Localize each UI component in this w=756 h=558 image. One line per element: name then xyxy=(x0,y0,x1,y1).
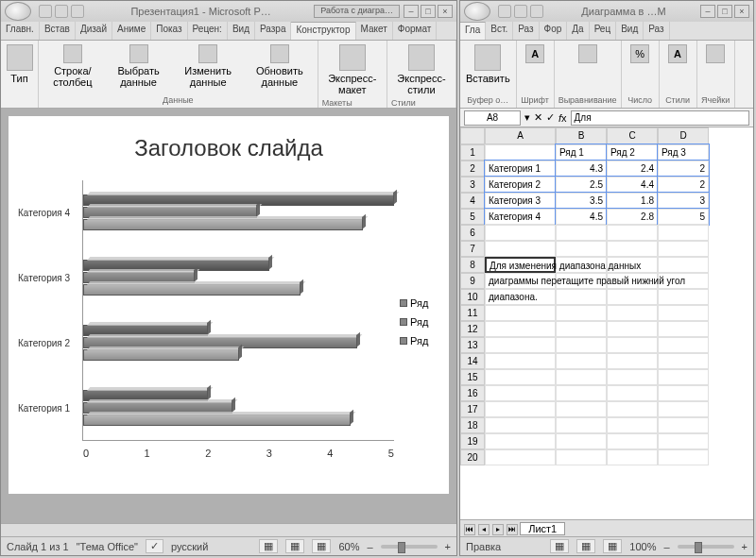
row-header[interactable]: 12 xyxy=(460,321,485,337)
row-header[interactable]: 11 xyxy=(460,305,485,321)
cell[interactable]: Категория 4 xyxy=(485,209,556,225)
row-header[interactable]: 16 xyxy=(460,385,485,401)
tab-constructor[interactable]: Конструктор xyxy=(291,22,355,40)
enter-icon[interactable]: ✓ xyxy=(546,111,555,124)
cell[interactable] xyxy=(658,401,709,417)
row-header[interactable]: 2 xyxy=(460,161,485,177)
close-button[interactable]: × xyxy=(734,5,749,18)
cell[interactable] xyxy=(607,369,658,385)
cell[interactable]: 2 xyxy=(658,177,709,193)
cell[interactable] xyxy=(658,241,709,257)
row-header[interactable]: 7 xyxy=(460,241,485,257)
row-header[interactable]: 17 xyxy=(460,401,485,417)
tab-anim[interactable]: Аниме xyxy=(112,22,151,40)
col-header-c[interactable]: C xyxy=(607,127,658,144)
redo-icon[interactable] xyxy=(530,5,543,18)
cell[interactable]: диаграммы перетащите правый нижний угол xyxy=(485,273,556,289)
cell[interactable] xyxy=(658,321,709,337)
cell[interactable]: 3 xyxy=(658,193,709,209)
font-button[interactable]: A xyxy=(524,42,546,65)
cell[interactable] xyxy=(658,257,709,273)
row-header[interactable]: 8 xyxy=(460,257,485,273)
view-normal-icon[interactable]: ▦ xyxy=(259,539,278,553)
cell[interactable] xyxy=(556,337,607,353)
chart-bar[interactable] xyxy=(83,414,351,426)
tab-home[interactable]: Главн. xyxy=(1,22,40,40)
cell[interactable] xyxy=(607,449,658,465)
cells-button[interactable] xyxy=(704,42,727,65)
cell[interactable]: Категория 1 xyxy=(485,161,556,177)
zoom-value[interactable]: 100% xyxy=(629,541,656,552)
edit-data-button[interactable]: Изменить данные xyxy=(174,42,242,90)
cancel-icon[interactable]: ✕ xyxy=(534,111,542,124)
cell[interactable] xyxy=(607,225,658,241)
cell[interactable] xyxy=(607,401,658,417)
cell[interactable] xyxy=(556,225,607,241)
paste-button[interactable]: Вставить xyxy=(464,42,512,86)
cell[interactable]: Категория 3 xyxy=(485,193,556,209)
cell[interactable] xyxy=(485,305,556,321)
spreadsheet-grid[interactable]: A B C D 1Ряд 1Ряд 2Ряд 32Категория 14.32… xyxy=(460,127,753,519)
undo-icon[interactable] xyxy=(514,5,527,18)
minimize-button[interactable]: – xyxy=(404,5,419,18)
tab-insert[interactable]: Вст. xyxy=(486,22,513,40)
formula-input[interactable]: Для xyxy=(571,110,749,126)
row-header[interactable]: 19 xyxy=(460,433,485,449)
tab-data[interactable]: Да xyxy=(567,22,589,40)
zoom-out-icon[interactable]: – xyxy=(663,541,669,552)
tab-layout[interactable]: Макет xyxy=(356,22,393,40)
cell[interactable] xyxy=(556,289,607,305)
cell[interactable] xyxy=(658,353,709,369)
align-button[interactable] xyxy=(576,42,599,65)
row-header[interactable]: 5 xyxy=(460,209,485,225)
quick-layout-button[interactable]: Экспресс-макет xyxy=(322,42,383,97)
cell[interactable] xyxy=(485,144,556,161)
zoom-out-icon[interactable]: – xyxy=(367,541,372,552)
view-break-icon[interactable]: ▦ xyxy=(603,539,622,553)
cell[interactable]: Ряд 3 xyxy=(658,144,709,161)
tab-view[interactable]: Вид xyxy=(228,22,255,40)
save-icon[interactable] xyxy=(498,5,511,18)
slide[interactable]: Заголовок слайда Категория 4 Категория 3… xyxy=(9,116,449,494)
cell[interactable]: диапазона. xyxy=(485,289,556,305)
last-sheet-icon[interactable]: ⏭ xyxy=(507,524,518,535)
cell[interactable] xyxy=(485,321,556,337)
cell[interactable]: 2.5 xyxy=(556,177,607,193)
cell[interactable] xyxy=(607,353,658,369)
row-header[interactable]: 20 xyxy=(460,449,485,465)
tab-insert[interactable]: Встав xyxy=(40,22,76,40)
chart[interactable]: Категория 4 Категория 3 Категория 2 Кате… xyxy=(18,180,439,464)
cell[interactable] xyxy=(556,369,607,385)
select-all-button[interactable] xyxy=(460,127,485,144)
cell[interactable] xyxy=(485,337,556,353)
cell[interactable] xyxy=(485,401,556,417)
cell[interactable] xyxy=(658,433,709,449)
cell[interactable] xyxy=(607,305,658,321)
cell[interactable] xyxy=(556,305,607,321)
tab-view[interactable]: Вид xyxy=(616,22,644,40)
row-header[interactable]: 4 xyxy=(460,193,485,209)
cell[interactable]: 4.3 xyxy=(556,161,607,177)
cell[interactable] xyxy=(485,369,556,385)
office-button[interactable] xyxy=(464,2,490,21)
office-button[interactable] xyxy=(5,2,31,21)
cell[interactable]: 3.5 xyxy=(556,193,607,209)
cell[interactable]: Ряд 2 xyxy=(607,144,658,161)
cell[interactable]: 2.8 xyxy=(607,209,658,225)
view-layout-icon[interactable]: ▦ xyxy=(576,539,595,553)
dropdown-icon[interactable]: ▾ xyxy=(524,111,530,124)
view-slideshow-icon[interactable]: ▦ xyxy=(312,539,331,553)
refresh-data-button[interactable]: Обновить данные xyxy=(246,42,314,90)
cell[interactable] xyxy=(556,417,607,433)
cell[interactable] xyxy=(485,385,556,401)
cell[interactable] xyxy=(658,337,709,353)
chart-bar[interactable] xyxy=(83,219,363,230)
zoom-in-icon[interactable]: + xyxy=(445,541,451,552)
sheet-tab[interactable]: Лист1 xyxy=(520,522,565,535)
zoom-in-icon[interactable]: + xyxy=(742,541,747,552)
row-header[interactable]: 14 xyxy=(460,353,485,369)
name-box[interactable]: A8 xyxy=(464,110,521,126)
horizontal-scrollbar[interactable] xyxy=(1,523,456,536)
cell[interactable] xyxy=(607,385,658,401)
zoom-slider[interactable] xyxy=(678,545,734,549)
